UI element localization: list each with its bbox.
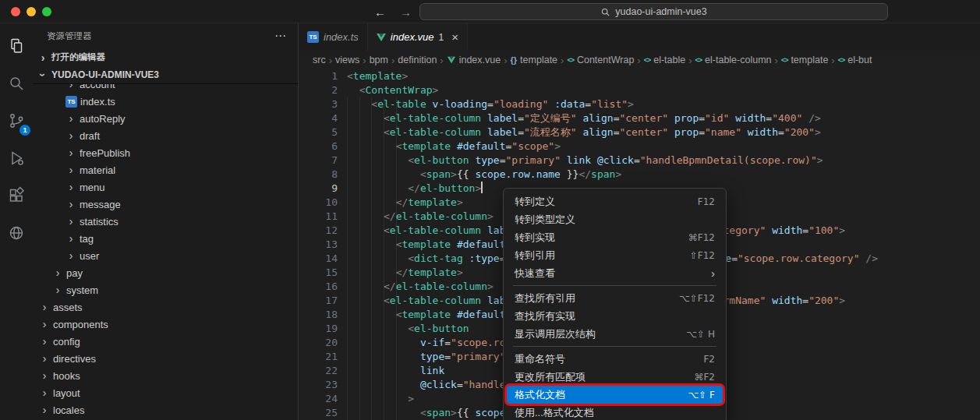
context-menu-item[interactable]: 显示调用层次结构⌥⇧ H bbox=[507, 325, 723, 343]
chevron-right-icon: › bbox=[39, 404, 50, 415]
tree-item-tag[interactable]: ›tag bbox=[33, 230, 298, 247]
tree-item-locales[interactable]: ›locales bbox=[33, 401, 298, 418]
code-text: <el-button type="primary" link @click="h… bbox=[347, 154, 823, 168]
line-number: 4 bbox=[299, 111, 338, 125]
run-debug-icon[interactable] bbox=[3, 145, 30, 171]
code-line[interactable]: 5 <el-table-column label="流程名称" align="c… bbox=[299, 125, 980, 139]
line-number: 7 bbox=[299, 154, 338, 168]
context-menu-item[interactable]: 快速查看› bbox=[507, 264, 723, 282]
tree-item-assets[interactable]: ›assets bbox=[33, 298, 298, 316]
tree-item-draft[interactable]: ›draft bbox=[33, 127, 298, 144]
tree-item-message[interactable]: ›message bbox=[33, 196, 298, 213]
context-menu-item[interactable]: 格式化文档⌥⇧ F bbox=[507, 386, 723, 404]
close-tab-icon[interactable]: × bbox=[451, 31, 458, 43]
code-line[interactable]: 4 <el-table-column label="定义编号" align="c… bbox=[299, 111, 980, 125]
tree-item-user[interactable]: ›user bbox=[33, 247, 298, 264]
tab-index-vue[interactable]: index.vue 1 × bbox=[368, 23, 468, 51]
tree-item-statistics[interactable]: ›statistics bbox=[33, 213, 298, 230]
breadcrumb-item[interactable]: index.vue bbox=[447, 55, 501, 65]
typescript-file-icon: TS bbox=[307, 31, 319, 43]
source-control-icon[interactable]: 1 bbox=[3, 108, 30, 133]
code-line[interactable]: 1<template> bbox=[299, 69, 980, 83]
code-text: </el-table-column> bbox=[347, 280, 494, 294]
context-menu-item[interactable]: 重命名符号F2 bbox=[507, 350, 723, 368]
line-number: 6 bbox=[299, 139, 338, 154]
tree-item-hooks[interactable]: ›hooks bbox=[33, 367, 298, 384]
line-number: 14 bbox=[299, 252, 338, 266]
tree-item-freepublish[interactable]: ›freePublish bbox=[33, 144, 298, 161]
line-number: 24 bbox=[299, 392, 338, 406]
context-menu-item[interactable]: 转到类型定义 bbox=[507, 210, 723, 228]
more-actions-icon[interactable]: ⋯ bbox=[274, 29, 287, 43]
chevron-right-icon: › bbox=[688, 55, 692, 66]
context-menu-item[interactable]: 转到实现⌘F12 bbox=[507, 228, 723, 246]
tree-item-layout[interactable]: ›layout bbox=[33, 384, 298, 401]
search-value: yudao-ui-admin-vue3 bbox=[615, 6, 706, 17]
context-menu-item[interactable]: 转到引用⇧F12 bbox=[507, 246, 723, 264]
breadcrumb-item[interactable]: <>el-table-column bbox=[695, 55, 772, 65]
code-line[interactable]: 6 <template #default="scope"> bbox=[299, 139, 980, 154]
tree-item-label: directives bbox=[53, 353, 96, 365]
tree-item-directives[interactable]: ›directives bbox=[33, 350, 298, 367]
line-number: 16 bbox=[299, 280, 338, 294]
tree-item-pay[interactable]: ›pay bbox=[33, 264, 298, 281]
context-menu-item[interactable]: 使用...格式化文档 bbox=[507, 404, 723, 420]
code-text: <el-table v-loading="loading" :data="lis… bbox=[347, 97, 634, 111]
breadcrumb-item[interactable]: bpm bbox=[370, 55, 388, 65]
search-sidebar-icon[interactable] bbox=[3, 70, 30, 96]
tree-item-label: pay bbox=[66, 267, 83, 279]
breadcrumb-item[interactable]: definition bbox=[398, 55, 437, 65]
breadcrumb-item[interactable]: src bbox=[313, 55, 326, 65]
line-number: 21 bbox=[299, 350, 338, 364]
minimize-window-button[interactable] bbox=[27, 7, 36, 16]
tab-index-ts[interactable]: TS index.ts bbox=[299, 23, 368, 51]
open-editors-section[interactable]: › 打开的编辑器 bbox=[33, 48, 298, 66]
tree-item-components[interactable]: ›components bbox=[33, 316, 298, 333]
context-menu-item[interactable]: 查找所有实现 bbox=[507, 307, 723, 325]
code-text: type="primary" bbox=[347, 350, 506, 364]
breadcrumb-item[interactable]: <>el-but bbox=[838, 55, 872, 65]
command-center-search[interactable]: yudao-ui-admin-vue3 bbox=[419, 3, 888, 20]
code-line[interactable]: 7 <el-button type="primary" link @click=… bbox=[299, 154, 980, 168]
breadcrumb-item[interactable]: views bbox=[335, 55, 359, 65]
tree-item-label: hooks bbox=[53, 370, 80, 382]
tree-item-system[interactable]: ›system bbox=[33, 281, 298, 298]
tree-item-autoreply[interactable]: ›autoReply bbox=[33, 110, 298, 127]
tree-item-menu[interactable]: ›menu bbox=[33, 178, 298, 196]
menu-item-label: 转到类型定义 bbox=[515, 213, 575, 227]
breadcrumb-item[interactable]: <>el-table bbox=[644, 55, 686, 65]
menu-item-label: 查找所有实现 bbox=[515, 309, 575, 323]
code-text: <template> bbox=[347, 69, 408, 83]
chevron-right-icon: › bbox=[65, 233, 76, 244]
explorer-icon[interactable] bbox=[3, 33, 30, 58]
context-menu-item[interactable]: 转到定义F12 bbox=[507, 192, 723, 210]
breadcrumb-item[interactable]: <>template bbox=[781, 55, 828, 65]
history-forward-icon[interactable]: → bbox=[400, 5, 412, 19]
context-menu-item[interactable]: 查找所有引用⌥⇧F12 bbox=[507, 289, 723, 307]
maximize-window-button[interactable] bbox=[42, 7, 51, 16]
context-menu-item[interactable]: 更改所有匹配项⌘F2 bbox=[507, 368, 723, 386]
tree-item-config[interactable]: ›config bbox=[33, 333, 298, 350]
line-number: 9 bbox=[299, 182, 338, 196]
breadcrumb-label: el-but bbox=[847, 55, 872, 65]
menu-item-label: 显示调用层次结构 bbox=[515, 327, 596, 341]
chevron-right-icon: › bbox=[440, 55, 443, 66]
code-line[interactable]: 3 <el-table v-loading="loading" :data="l… bbox=[299, 97, 980, 111]
menu-item-label: 重命名符号 bbox=[515, 352, 565, 366]
close-window-button[interactable] bbox=[11, 7, 20, 16]
tree-item-material[interactable]: ›material bbox=[33, 161, 298, 178]
remote-explorer-icon[interactable] bbox=[3, 220, 30, 245]
project-root-item[interactable]: › YUDAO-UI-ADMIN-VUE3 bbox=[33, 66, 298, 84]
menu-item-label: 查找所有引用 bbox=[515, 291, 575, 305]
extensions-icon[interactable] bbox=[3, 182, 30, 208]
breadcrumb-label: el-table-column bbox=[705, 55, 771, 65]
breadcrumb-item[interactable]: {}template bbox=[511, 55, 558, 65]
breadcrumb-label: template bbox=[520, 55, 557, 65]
tree-item-index.ts[interactable]: TSindex.ts bbox=[33, 93, 298, 110]
code-line[interactable]: 2 <ContentWrap> bbox=[299, 83, 980, 97]
breadcrumb-item[interactable]: <>ContentWrap bbox=[567, 55, 634, 65]
history-back-icon[interactable]: ← bbox=[374, 5, 386, 19]
code-line[interactable]: 8 <span>{{ scope.row.name }}</span> bbox=[299, 168, 980, 182]
tree-item-label: assets bbox=[53, 302, 83, 313]
tree-item-label: message bbox=[80, 199, 121, 210]
